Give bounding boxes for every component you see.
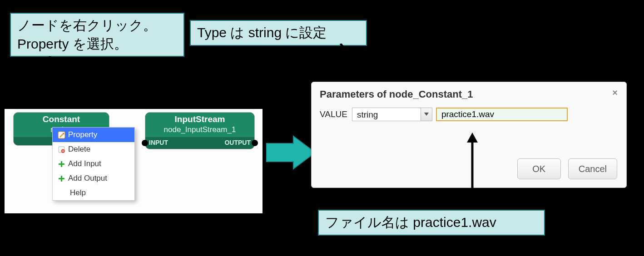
menu-item-property-label: Property [68,130,97,139]
dialog-title-bar: Parameters of node_Constant_1 × [312,82,626,105]
node-constant-title: Constant [14,114,109,124]
menu-item-help-label: Help [70,188,86,197]
value-input[interactable] [436,108,568,121]
dialog-buttons: OK Cancel [517,158,617,179]
node-inputstream-sub: node_InputStream_1 [145,125,254,134]
svg-rect-9 [59,163,64,164]
menu-item-delete-label: Delete [68,145,90,154]
callout-topright: Type は string に設定 [190,20,367,46]
node-inputstream[interactable]: InputStream node_InputStream_1 INPUT OUT… [145,113,254,149]
pencil-icon [57,131,65,139]
close-icon[interactable]: × [610,88,620,98]
menu-item-delete[interactable]: Delete [53,142,134,157]
arrow-left-callout [36,56,64,115]
node-inputstream-head: InputStream node_InputStream_1 [145,113,254,137]
big-arrow-icon [266,134,316,171]
node-inputstream-title: InputStream [145,114,254,124]
callout-left: ノードを右クリック。 Property を選択。 [10,13,184,57]
menu-item-add-output-label: Add Output [68,174,107,183]
menu-item-add-output[interactable]: Add Output [53,171,134,186]
type-select-value: string [352,108,421,121]
plus-icon [57,160,65,168]
cancel-button[interactable]: Cancel [568,158,617,179]
svg-marker-13 [424,113,429,116]
type-select[interactable]: string [352,108,432,121]
callout-topright-text: Type は string に設定 [197,25,327,40]
svg-rect-11 [59,177,64,179]
port-in-label: INPUT [149,139,168,146]
menu-item-help[interactable]: Help [53,186,134,200]
parameters-dialog: Parameters of node_Constant_1 × VALUE st… [311,82,627,188]
svg-marker-12 [266,136,315,169]
node-inputstream-ports: INPUT OUTPUT [145,137,254,149]
menu-item-add-input[interactable]: Add Input [53,157,134,171]
callout-bottomright-text: ファイル名は practice1.wav [325,215,496,230]
value-label: VALUE [320,109,347,119]
chevron-down-icon[interactable] [421,108,432,121]
ok-button[interactable]: OK [517,158,561,179]
context-menu: Property Delete Add Input Add Output Hel… [52,127,135,201]
port-dot-in[interactable] [142,140,148,146]
plus-icon [57,174,65,182]
dialog-value-row: VALUE string [312,105,626,121]
svg-rect-7 [62,150,64,151]
menu-item-add-input-label: Add Input [68,159,101,168]
delete-icon [57,145,65,153]
dialog-title-text: Parameters of node_Constant_1 [320,89,473,100]
callout-bottomright: ファイル名は practice1.wav [318,210,545,236]
callout-left-text: ノードを右クリック。 Property を選択。 [17,18,157,51]
port-out-label: OUTPUT [224,139,251,146]
port-dot-out[interactable] [252,140,258,146]
menu-item-property[interactable]: Property [53,128,134,142]
